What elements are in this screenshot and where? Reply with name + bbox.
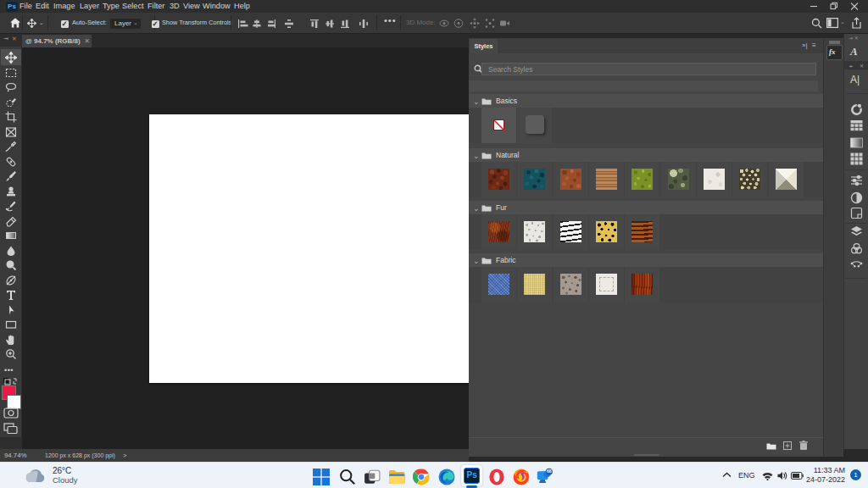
svg-text:68: 68 <box>547 469 552 474</box>
